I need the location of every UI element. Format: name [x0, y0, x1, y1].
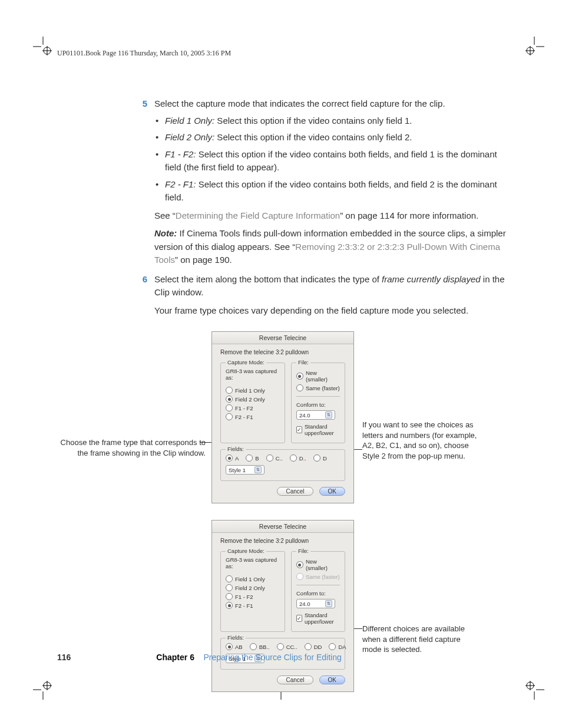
crop-mark-icon [524, 37, 544, 57]
radio-frame-b[interactable]: B [246, 454, 259, 462]
dialog-title: Reverse Telecine [212, 332, 353, 344]
radio-f2-f1[interactable]: F2 - F1 [226, 602, 280, 609]
checkbox-standard-upper-lower[interactable]: Standard upper/lower [296, 612, 340, 625]
bullet-item: Field 1 Only: Select this option if the … [154, 114, 511, 128]
radio-new-file[interactable]: New (smaller) [296, 370, 340, 383]
radio-f1-f2[interactable]: F1 - F2 [226, 593, 280, 600]
dialog-title: Reverse Telecine [212, 521, 353, 533]
radio-frame-bb[interactable]: BB.. [250, 643, 270, 650]
reverse-telecine-dialog: Reverse Telecine Remove the telecine 3:2… [211, 520, 354, 692]
radio-field1-only[interactable]: Field 1 Only [226, 575, 280, 582]
radio-f2-f1[interactable]: F2 - F1 [226, 413, 280, 420]
fieldset-legend: File: [296, 548, 310, 554]
cancel-button[interactable]: Cancel [277, 676, 313, 684]
step-number: 6 [57, 273, 154, 318]
radio-frame-d1[interactable]: D.. [290, 454, 306, 462]
stepper-icon: ⇅ [325, 600, 332, 607]
cancel-button[interactable]: Cancel [277, 487, 313, 496]
conform-label: Conform to: [296, 401, 340, 408]
radio-same-file[interactable]: Same (faster) [296, 384, 340, 391]
crop-mark-icon [33, 37, 53, 57]
radio-f1-f2[interactable]: F1 - F2 [226, 404, 280, 411]
radio-frame-cc[interactable]: CC.. [277, 643, 297, 650]
fieldset-legend: Fields: [226, 446, 246, 452]
dialog-subtitle: Remove the telecine 3:2 pulldown [212, 533, 353, 546]
style-select[interactable]: Style 1⇅ [226, 465, 265, 475]
ok-button[interactable]: OK [319, 676, 345, 684]
crop-mark-icon [33, 680, 53, 700]
fieldset-legend: File: [296, 359, 310, 365]
callout-text: Different choices are available when a d… [362, 624, 465, 654]
step-para: Your frame type choices vary depending o… [154, 304, 511, 318]
chapter-label: Chapter 6 [156, 653, 194, 662]
fieldset-legend: Capture Mode: [226, 359, 266, 365]
see-also: See “Determining the Field Capture Infor… [154, 209, 511, 223]
radio-frame-d2[interactable]: D [313, 454, 327, 462]
conform-select[interactable]: 24.0⇅ [296, 599, 335, 608]
bullet-item: Field 2 Only: Select this option if the … [154, 131, 511, 144]
radio-frame-c[interactable]: C.. [266, 454, 283, 462]
step-lead: Select the capture mode that indicates t… [154, 97, 511, 111]
bullet-item: F1 - F2: Select this option if the video… [154, 148, 511, 174]
note-paragraph: Note: If Cinema Tools finds pull-down in… [154, 227, 511, 267]
fieldset-legend: Fields: [226, 634, 246, 641]
radio-frame-dd[interactable]: DD [305, 643, 322, 650]
radio-field1-only[interactable]: Field 1 Only [226, 387, 280, 394]
radio-frame-da[interactable]: DA [329, 643, 346, 650]
step-number: 5 [57, 97, 154, 267]
radio-frame-a[interactable]: A [226, 454, 239, 462]
running-header: UP01101.Book Page 116 Thursday, March 10… [57, 49, 231, 58]
capture-caption: GR8-3 was captured as: [226, 368, 280, 381]
stepper-icon: ⇅ [325, 411, 332, 419]
page-number: 116 [57, 653, 71, 662]
capture-caption: GR8-3 was captured as: [226, 556, 280, 569]
dialog-subtitle: Remove the telecine 3:2 pulldown [212, 344, 353, 358]
radio-new-file[interactable]: New (smaller) [296, 558, 340, 571]
radio-field2-only[interactable]: Field 2 Only [226, 396, 280, 403]
reverse-telecine-dialog: Reverse Telecine Remove the telecine 3:2… [211, 331, 354, 503]
radio-same-file: Same (faster) [296, 573, 340, 580]
crop-mark-icon [524, 680, 544, 700]
dropdown-icon: ⇅ [254, 466, 262, 473]
radio-frame-ab[interactable]: AB [226, 643, 243, 650]
callout-text: If you want to see the choices as letter… [362, 420, 477, 460]
cross-ref-link[interactable]: Determining the Field Capture Informatio… [176, 210, 340, 220]
conform-label: Conform to: [296, 590, 340, 597]
chapter-title: Preparing the Source Clips for Editing [204, 653, 342, 662]
callout-text: Choose the frame type that corresponds t… [61, 438, 206, 457]
step-lead: Select the item along the bottom that in… [154, 273, 511, 299]
radio-field2-only[interactable]: Field 2 Only [226, 584, 280, 591]
checkbox-standard-upper-lower[interactable]: Standard upper/lower [296, 423, 340, 436]
fieldset-legend: Capture Mode: [226, 548, 266, 554]
conform-select[interactable]: 24.0⇅ [296, 410, 335, 420]
bullet-item: F2 - F1: Select this option if the video… [154, 178, 511, 205]
ok-button[interactable]: OK [319, 487, 345, 496]
